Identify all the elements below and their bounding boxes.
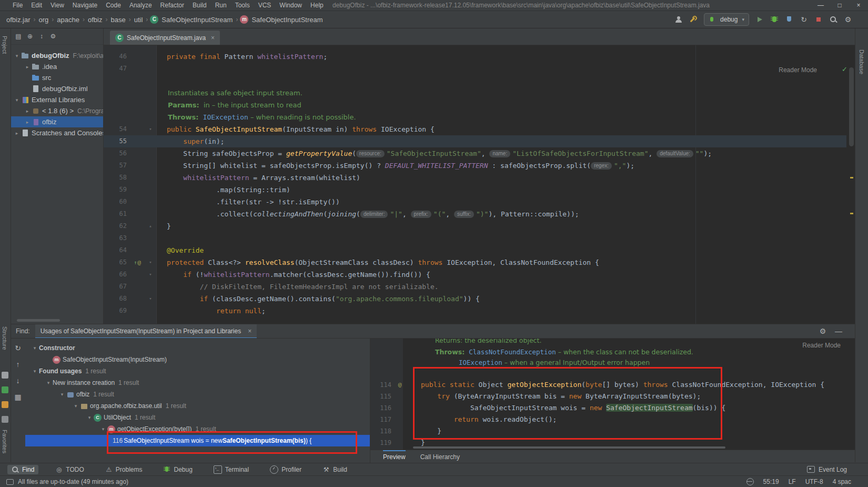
menu-item-vcs[interactable]: VCS <box>254 2 276 9</box>
tool-button-profiler[interactable]: Profiler <box>266 464 306 475</box>
settings-gear-icon[interactable]: ⚙ <box>844 15 852 24</box>
menu-item-run[interactable]: Run <box>211 2 231 9</box>
menu-item-analyze[interactable]: Analyze <box>125 2 156 9</box>
sync-icon[interactable]: ↻ <box>14 344 22 352</box>
breadcrumb-item[interactable]: ofbiz.jar <box>5 16 32 24</box>
project-tree-row[interactable]: src <box>11 72 103 83</box>
tool-button-todo[interactable]: ◎TODO <box>51 465 88 474</box>
collapse-icon[interactable]: ↕ <box>38 32 45 41</box>
up-icon[interactable]: ↑ <box>14 360 22 369</box>
project-tree-row[interactable]: ▸ofbiz <box>11 116 103 127</box>
usage-tree-row[interactable]: ▾mgetObjectException(byte[])1 result <box>25 423 370 435</box>
usage-tree-row[interactable]: ▾Found usages1 result <box>25 365 370 377</box>
chevron-down-icon[interactable]: ▾ <box>31 345 39 351</box>
menu-item-tools[interactable]: Tools <box>231 2 254 9</box>
reader-mode-label[interactable]: Reader Mode <box>779 66 817 74</box>
stop-button[interactable] <box>814 15 823 24</box>
gray-tool-icon[interactable] <box>2 416 8 423</box>
locate-icon[interactable]: ⊕ <box>26 32 34 41</box>
find-results-tab[interactable]: Usages of SafeObjectInputStream(InputStr… <box>35 324 257 338</box>
group-icon[interactable]: ▦ <box>14 393 22 401</box>
rerun-icon[interactable]: ↻ <box>800 15 808 24</box>
editor-line[interactable]: 68▾ if (classDesc.getName().contains("or… <box>104 293 846 305</box>
project-tree-row[interactable]: ▸.idea <box>11 61 103 72</box>
down-icon[interactable]: ↓ <box>14 376 22 385</box>
file-encoding[interactable]: UTF-8 <box>805 478 823 485</box>
gear-icon[interactable]: ⚙ <box>49 32 57 41</box>
menu-item-file[interactable]: File <box>8 2 27 9</box>
close-icon[interactable]: × <box>211 34 215 42</box>
project-tree-row[interactable]: ▸Scratches and Consoles <box>11 127 103 138</box>
menu-item-help[interactable]: Help <box>306 2 328 9</box>
project-tree-row[interactable]: ▸< 1.8 (6) >C:\Progra <box>11 105 103 116</box>
breadcrumb-item[interactable]: ofbiz <box>87 16 103 24</box>
editor-vscrollbar[interactable] <box>849 67 854 146</box>
editor-line[interactable]: 63 <box>104 232 846 244</box>
tab-call-hierarchy[interactable]: Call Hierarchy <box>420 450 460 463</box>
fold-marker-icon[interactable]: ▾ <box>145 123 156 135</box>
preview-code-line[interactable]: 115 try (ByteArrayInputStream bis = new … <box>370 391 855 402</box>
minimize-icon[interactable]: — <box>811 0 830 11</box>
tab-preview[interactable]: Preview <box>383 450 406 463</box>
chevron-right-icon[interactable]: ▸ <box>23 64 32 69</box>
close-icon[interactable]: × <box>849 0 868 11</box>
maximize-icon[interactable]: □ <box>830 0 849 11</box>
editor-tab[interactable]: C SafeObjectInputStream.java × <box>110 31 220 45</box>
orange-tool-icon[interactable] <box>2 401 8 408</box>
find-settings-gear-icon[interactable]: ⚙ <box>819 327 827 335</box>
chevron-right-icon[interactable]: ▸ <box>23 108 32 114</box>
tool-button-problems[interactable]: ⚠Problems <box>101 465 147 474</box>
editor-line[interactable]: 66▾ if (!whitelistPattern.matcher(classD… <box>104 269 846 281</box>
preview-hscrollbar[interactable] <box>413 446 725 449</box>
breadcrumb-class[interactable]: SafeObjectInputStream <box>160 16 234 24</box>
menu-item-window[interactable]: Window <box>275 2 306 9</box>
debug-button[interactable] <box>770 15 779 24</box>
usage-tree-row[interactable]: 116 SafeObjectInputStream wois = new Saf… <box>25 435 370 446</box>
globe-icon[interactable] <box>746 478 754 485</box>
menu-item-edit[interactable]: Edit <box>27 2 46 9</box>
editor-line[interactable]: 59 .map(String::trim) <box>104 184 846 196</box>
menu-item-build[interactable]: Build <box>188 2 211 9</box>
tool-button-build[interactable]: ⚒Build <box>318 465 351 474</box>
preview-code-line[interactable]: 118 } <box>370 426 855 436</box>
editor-line[interactable]: 67 // DiskFileItem, FileItemHeadersImpl … <box>104 281 846 293</box>
editor-line[interactable]: 57 String[] whitelist = safeObjectsProp.… <box>104 160 846 172</box>
usage-tree-row[interactable]: ▾Constructor <box>25 342 370 354</box>
project-tree-row[interactable]: ▾debugOfbizF:\exploit\a <box>11 50 103 61</box>
breadcrumb-item[interactable]: apache <box>56 16 80 24</box>
tool-button-project[interactable]: Project <box>2 36 8 54</box>
usage-tree-row[interactable]: ▾New instance creation1 result <box>25 377 370 389</box>
breadcrumb-method[interactable]: SafeObjectInputStream <box>250 16 324 24</box>
fold-marker-icon[interactable]: ▾ <box>145 256 156 269</box>
chevron-down-icon[interactable]: ▾ <box>31 369 39 374</box>
user-icon[interactable] <box>674 15 683 24</box>
coverage-button[interactable] <box>785 15 793 24</box>
editor-line[interactable] <box>104 75 846 87</box>
breadcrumb-item[interactable]: base <box>109 16 126 24</box>
reader-mode-label[interactable]: Reader Mode <box>802 342 841 349</box>
breadcrumb-item[interactable]: util <box>133 16 144 24</box>
editor-line[interactable]: 61 .collect(collectingAndThen(joining(de… <box>104 208 846 220</box>
fold-marker-icon[interactable]: ▾ <box>145 269 156 281</box>
project-tree-row[interactable]: ▾External Libraries <box>11 94 103 105</box>
chevron-down-icon[interactable]: ▾ <box>13 53 21 58</box>
tool-button-structure[interactable]: Structure <box>2 326 8 350</box>
menu-item-navigate[interactable]: Navigate <box>68 2 102 9</box>
menu-item-refactor[interactable]: Refactor <box>156 2 188 9</box>
caret-position[interactable]: 55:19 <box>763 478 779 485</box>
editor-line[interactable]: Throws: IOException – when reading is no… <box>104 111 846 123</box>
chevron-down-icon[interactable]: ▾ <box>58 392 66 397</box>
preview-code-line[interactable]: 117 return wois.readObject(); <box>370 414 855 425</box>
fold-marker-icon[interactable]: ▴ <box>145 220 156 232</box>
tool-button-favorites[interactable]: Favorites <box>2 430 8 453</box>
usage-tree-row[interactable]: ▾CUtilObject1 result <box>25 412 370 423</box>
editor-line[interactable]: 69 return null; <box>104 305 846 317</box>
chevron-down-icon[interactable]: ▾ <box>72 403 80 409</box>
editor-line[interactable]: 60 .filter(str -> !str.isEmpty()) <box>104 196 846 208</box>
chevron-down-icon[interactable]: ▾ <box>13 97 21 103</box>
chevron-right-icon[interactable]: ▸ <box>13 131 21 136</box>
editor-line[interactable]: 54▾public SafeObjectInputStream(InputStr… <box>104 123 846 135</box>
inspections-ok-icon[interactable]: ✓ <box>842 65 847 73</box>
preview-code-line[interactable]: 114@public static Object getObjectExcept… <box>370 380 855 390</box>
usage-tree-row[interactable]: mSafeObjectInputStream(InputStream) <box>25 354 370 365</box>
